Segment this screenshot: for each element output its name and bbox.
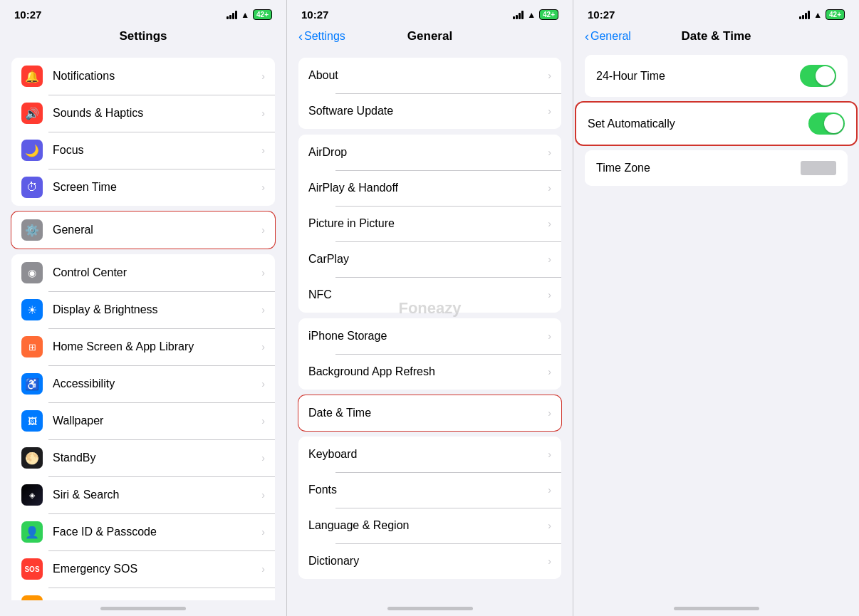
controlcenter-icon: ◉ — [21, 262, 43, 283]
row-controlcenter[interactable]: ◉ Control Center › — [11, 254, 275, 291]
backgroundrefresh-label: Background App Refresh — [308, 365, 545, 378]
section-airdrop: AirDrop › AirPlay & Handoff › Picture in… — [298, 135, 561, 313]
page-title-1: Settings — [119, 29, 167, 43]
status-icons-3: ▲ 42+ — [799, 9, 845, 20]
row-softwareupdate[interactable]: Software Update › — [298, 93, 561, 129]
toggle-24hour-knob — [816, 66, 835, 85]
section-datetime: Date & Time › — [298, 395, 561, 431]
battery-1: 42+ — [253, 9, 272, 20]
language-label: Language & Region — [308, 519, 545, 532]
row-pip[interactable]: Picture in Picture › — [298, 206, 561, 241]
row-siri[interactable]: ◈ Siri & Search › — [11, 476, 275, 513]
emergencysos-label: Emergency SOS — [53, 563, 259, 575]
page-title-3: Date & Time — [682, 29, 751, 43]
exposure-label: Exposure Notifications — [53, 600, 259, 600]
emergencysos-icon: SOS — [21, 558, 43, 580]
row-focus[interactable]: 🌙 Focus › — [11, 132, 275, 169]
sounds-label: Sounds & Haptics — [53, 107, 259, 120]
row-backgroundrefresh[interactable]: Background App Refresh › — [298, 354, 561, 390]
controlcenter-chevron: › — [261, 267, 265, 278]
toggle-setauto[interactable] — [808, 113, 845, 135]
general-label: General — [53, 224, 259, 236]
nav-back-3[interactable]: ‹ General — [585, 29, 631, 44]
scroll-3: 24-Hour Time Set Automatically Time Zone — [573, 49, 859, 600]
display-chevron: › — [261, 304, 265, 315]
accessibility-icon: ♿ — [21, 373, 43, 395]
row-notifications[interactable]: 🔔 Notifications › — [11, 58, 275, 95]
toggle-setauto-knob — [824, 114, 843, 133]
battery-2: 42+ — [539, 9, 558, 20]
homescreen-label: Home Screen & App Library — [53, 340, 259, 353]
nfc-label: NFC — [308, 288, 545, 301]
homescreen-chevron: › — [261, 341, 265, 353]
row-keyboard[interactable]: Keyboard › — [298, 437, 561, 472]
screentime-chevron: › — [261, 182, 265, 193]
toggle-24hour[interactable] — [800, 65, 836, 87]
row-iphoneStorage[interactable]: iPhone Storage › — [298, 318, 561, 354]
row-datetime[interactable]: Date & Time › — [298, 395, 561, 431]
exposure-icon: ☀ — [21, 595, 43, 600]
dictionary-chevron: › — [548, 555, 551, 567]
battery-3: 42+ — [826, 9, 845, 20]
signal-icon-1 — [227, 11, 237, 19]
emergencysos-chevron: › — [261, 563, 265, 575]
row-airplay[interactable]: AirPlay & Handoff › — [298, 170, 561, 206]
section-setauto-highlighted: Set Automatically — [576, 103, 856, 145]
airplay-chevron: › — [548, 182, 551, 194]
softwareupdate-label: Software Update — [308, 105, 545, 118]
row-timezone: Time Zone — [585, 150, 848, 186]
standby-chevron: › — [261, 452, 265, 464]
row-screentime[interactable]: ⏱ Screen Time › — [11, 169, 275, 206]
page-title-2: General — [407, 29, 452, 43]
carplay-label: CarPlay — [308, 253, 545, 266]
keyboard-label: Keyboard — [308, 448, 545, 461]
fonts-chevron: › — [548, 484, 551, 496]
row-faceid[interactable]: 👤 Face ID & Passcode › — [11, 513, 275, 550]
back-chevron-3: ‹ — [585, 29, 589, 44]
time-3: 10:27 — [588, 9, 615, 21]
wifi-icon-1: ▲ — [241, 10, 249, 20]
home-bar-3 — [674, 607, 759, 610]
row-display[interactable]: ☀ Display & Brightness › — [11, 291, 275, 328]
row-standby[interactable]: 🌕 StandBy › — [11, 439, 275, 476]
row-airdrop[interactable]: AirDrop › — [298, 135, 561, 170]
about-label: About — [308, 69, 545, 82]
general-icon: ⚙️ — [21, 219, 43, 241]
wallpaper-icon: 🖼 — [21, 410, 43, 432]
homescreen-icon: ⊞ — [21, 336, 43, 357]
back-label-3: General — [590, 30, 631, 43]
status-bar-3: 10:27 ▲ 42+ — [573, 0, 859, 26]
row-carplay[interactable]: CarPlay › — [298, 241, 561, 277]
display-icon: ☀ — [21, 299, 43, 320]
section-storage: iPhone Storage › Background App Refresh … — [298, 318, 561, 390]
row-nfc[interactable]: NFC › — [298, 277, 561, 313]
dictionary-label: Dictionary — [308, 555, 545, 568]
row-emergencysos[interactable]: SOS Emergency SOS › — [11, 550, 275, 588]
standby-icon: 🌕 — [21, 447, 43, 469]
accessibility-label: Accessibility — [53, 377, 259, 390]
section-misc: ◉ Control Center › ☀ Display & Brightnes… — [11, 254, 275, 600]
wifi-icon-2: ▲ — [527, 10, 536, 20]
back-chevron-2: ‹ — [298, 29, 303, 44]
row-exposure[interactable]: ☀ Exposure Notifications › — [11, 588, 275, 600]
panel-settings: 10:27 ▲ 42+ Settings 🔔 Notifications › 🔊 — [0, 0, 286, 616]
about-chevron: › — [548, 70, 551, 81]
row-accessibility[interactable]: ♿ Accessibility › — [11, 365, 275, 402]
row-fonts[interactable]: Fonts › — [298, 472, 561, 508]
row-language[interactable]: Language & Region › — [298, 508, 561, 543]
screentime-label: Screen Time — [53, 181, 259, 194]
row-about[interactable]: About › — [298, 58, 561, 93]
time-1: 10:27 — [14, 9, 41, 21]
setauto-label: Set Automatically — [588, 118, 808, 130]
row-general[interactable]: ⚙️ General › — [11, 212, 275, 249]
nav-back-2[interactable]: ‹ Settings — [298, 29, 345, 44]
row-wallpaper[interactable]: 🖼 Wallpaper › — [11, 402, 275, 439]
home-bar-1 — [100, 607, 186, 610]
row-homescreen[interactable]: ⊞ Home Screen & App Library › — [11, 328, 275, 365]
row-sounds[interactable]: 🔊 Sounds & Haptics › — [11, 95, 275, 132]
faceid-icon: 👤 — [21, 521, 43, 543]
row-dictionary[interactable]: Dictionary › — [298, 543, 561, 579]
section-timezone: Time Zone — [585, 150, 848, 186]
sounds-icon: 🔊 — [21, 103, 43, 124]
iphoneStorage-label: iPhone Storage — [308, 330, 545, 343]
